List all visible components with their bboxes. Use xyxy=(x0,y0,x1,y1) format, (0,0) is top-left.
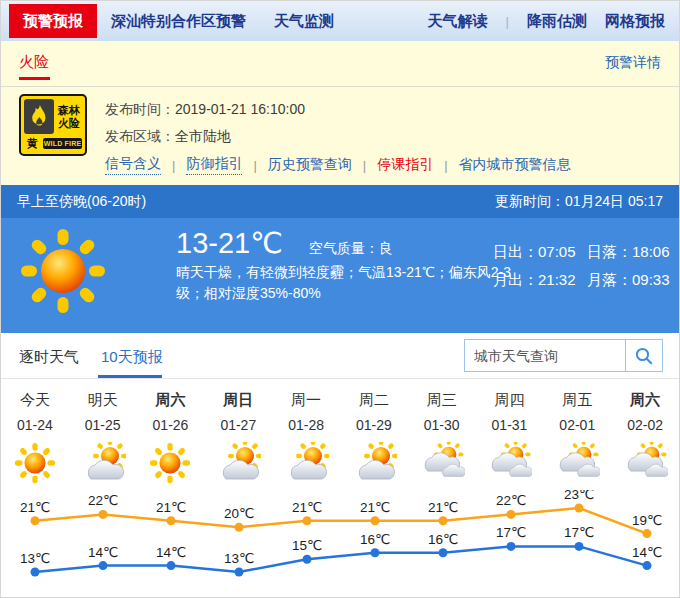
warning-link[interactable]: 防御指引 xyxy=(186,155,242,175)
fire-icon-chinese-label: 森林 火险 xyxy=(56,99,82,134)
forest-fire-warning-icon[interactable]: 森林 火险 黄 WILD FIRE xyxy=(19,94,87,156)
nav-item[interactable]: 降雨估测 xyxy=(527,12,587,31)
svg-text:16℃: 16℃ xyxy=(360,532,390,547)
warning-content: 森林 火险 黄 WILD FIRE 发布时间：2019-01-21 16:10:… xyxy=(1,87,679,185)
tab-ten-day-forecast[interactable]: 10天预报 xyxy=(101,348,163,367)
current-weather-header: 早上至傍晚(06-20时) 更新时间：01月24日 05:17 xyxy=(1,185,679,218)
flame-icon xyxy=(24,99,54,134)
svg-text:21℃: 21℃ xyxy=(292,500,322,515)
cloudy-icon xyxy=(611,439,679,487)
forecast-day-column[interactable]: 今天01-24 xyxy=(1,379,69,490)
warning-links-row: 信号含义|防御指引|历史预警查询|停课指引|省内城市预警信息 xyxy=(105,155,571,175)
sunny-icon xyxy=(15,221,111,325)
temperature-range: 13-21℃ xyxy=(176,226,283,260)
svg-text:14℃: 14℃ xyxy=(156,545,186,560)
svg-text:22℃: 22℃ xyxy=(88,493,118,508)
svg-text:21℃: 21℃ xyxy=(20,500,50,515)
nav-item[interactable]: 天气解读 xyxy=(428,12,488,31)
day-date: 01-25 xyxy=(69,417,137,435)
day-name: 周四 xyxy=(476,391,544,411)
city-weather-search xyxy=(464,339,663,372)
nav-left-items: 深汕特别合作区预警天气监测 xyxy=(111,12,334,31)
svg-text:17℃: 17℃ xyxy=(496,525,526,540)
fire-risk-tab[interactable]: 火险 xyxy=(19,53,49,72)
forecast-day-column[interactable]: 周六01-26 xyxy=(137,379,205,490)
forecast-day-column[interactable]: 周五02-01 xyxy=(543,379,611,490)
forecast-day-column[interactable]: 周六02-02 xyxy=(611,379,679,490)
search-button[interactable] xyxy=(625,340,662,371)
sun-cloud-icon xyxy=(340,439,408,487)
warning-link[interactable]: 省内城市预警信息 xyxy=(459,156,571,174)
day-date: 01-27 xyxy=(204,417,272,435)
sunrise-time: 日出：07:05 xyxy=(493,243,587,262)
fire-icon-english-label: WILD FIRE xyxy=(43,138,82,149)
day-name: 周三 xyxy=(408,391,476,411)
nav-item[interactable]: 网格预报 xyxy=(605,12,665,31)
sun-cloud-icon xyxy=(204,439,272,487)
cloudy-icon xyxy=(543,439,611,487)
forecast-tabs-row: 逐时天气 10天预报 xyxy=(1,333,679,379)
svg-text:15℃: 15℃ xyxy=(292,538,322,553)
forecast-day-column[interactable]: 周四01-31 xyxy=(476,379,544,490)
warning-link[interactable]: 信号含义 xyxy=(105,155,161,175)
forecast-day-column[interactable]: 周日01-27 xyxy=(204,379,272,490)
sun-cloud-icon xyxy=(69,439,137,487)
svg-text:19℃: 19℃ xyxy=(632,513,662,528)
svg-text:17℃: 17℃ xyxy=(564,525,594,540)
day-name: 周五 xyxy=(543,391,611,411)
moonrise-time: 月出：21:32 xyxy=(493,271,587,290)
day-date: 01-26 xyxy=(137,417,205,435)
day-name: 周一 xyxy=(272,391,340,411)
svg-text:14℃: 14℃ xyxy=(632,545,662,560)
nav-tab-warning-forecast[interactable]: 预警预报 xyxy=(9,4,97,38)
nav-item[interactable]: 天气监测 xyxy=(274,12,334,31)
cloudy-icon xyxy=(476,439,544,487)
svg-text:23℃: 23℃ xyxy=(564,490,594,502)
weather-page: 预警预报 深汕特别合作区预警天气监测 天气解读|降雨估测网格预报 火险 预警详情… xyxy=(0,0,680,598)
svg-text:21℃: 21℃ xyxy=(360,500,390,515)
link-separator: | xyxy=(253,158,256,173)
forecast-day-column[interactable]: 周二01-29 xyxy=(340,379,408,490)
sunny-icon xyxy=(137,439,205,487)
svg-text:16℃: 16℃ xyxy=(428,532,458,547)
day-name: 明天 xyxy=(69,391,137,411)
search-input[interactable] xyxy=(465,340,625,371)
fire-risk-tab-underline xyxy=(19,77,50,80)
forecast-day-column[interactable]: 明天01-25 xyxy=(69,379,137,490)
svg-text:21℃: 21℃ xyxy=(428,500,458,515)
weather-description: 晴天干燥，有轻微到轻度霾；气温13-21℃；偏东风2-3级；相对湿度35%-80… xyxy=(176,262,512,304)
day-date: 01-24 xyxy=(1,417,69,435)
day-date: 02-02 xyxy=(611,417,679,435)
current-weather-panel: 13-21℃ 空气质量：良 晴天干燥，有轻微到轻度霾；气温13-21℃；偏东风2… xyxy=(1,218,679,333)
day-date: 02-01 xyxy=(543,417,611,435)
warning-link[interactable]: 停课指引 xyxy=(377,156,433,174)
temperature-chart: 21℃22℃21℃20℃21℃21℃21℃22℃23℃19℃13℃14℃14℃1… xyxy=(1,490,679,598)
sunny-icon xyxy=(1,439,69,487)
tab-hourly-weather[interactable]: 逐时天气 xyxy=(19,348,79,367)
day-name: 周六 xyxy=(611,391,679,411)
update-time: 更新时间：01月24日 05:17 xyxy=(495,193,663,211)
fire-warning-level: 黄 xyxy=(24,136,41,151)
day-date: 01-30 xyxy=(408,417,476,435)
svg-text:21℃: 21℃ xyxy=(156,500,186,515)
nav-item[interactable]: 深汕特别合作区预警 xyxy=(111,12,246,31)
svg-text:13℃: 13℃ xyxy=(20,551,50,566)
link-separator: | xyxy=(172,158,175,173)
warning-detail-link[interactable]: 预警详情 xyxy=(605,54,661,72)
nav-right-items: 天气解读|降雨估测网格预报 xyxy=(428,12,665,31)
active-tab-underline xyxy=(98,375,162,378)
day-date: 01-31 xyxy=(476,417,544,435)
sun-moon-times: 日出：07:05 日落：18:06 月出：21:32 月落：09:33 xyxy=(493,243,670,290)
cloudy-icon xyxy=(408,439,476,487)
warning-link[interactable]: 历史预警查询 xyxy=(268,156,352,174)
day-date: 01-29 xyxy=(340,417,408,435)
forecast-period-label: 早上至傍晚(06-20时) xyxy=(17,193,146,211)
sunset-time: 日落：18:06 xyxy=(587,243,670,262)
temperature-line-chart: 21℃22℃21℃20℃21℃21℃21℃22℃23℃19℃13℃14℃14℃1… xyxy=(1,490,680,598)
forecast-day-column[interactable]: 周一01-28 xyxy=(272,379,340,490)
svg-text:14℃: 14℃ xyxy=(88,545,118,560)
forecast-day-column[interactable]: 周三01-30 xyxy=(408,379,476,490)
day-date: 01-28 xyxy=(272,417,340,435)
moonset-time: 月落：09:33 xyxy=(587,271,670,290)
link-separator: | xyxy=(444,158,447,173)
